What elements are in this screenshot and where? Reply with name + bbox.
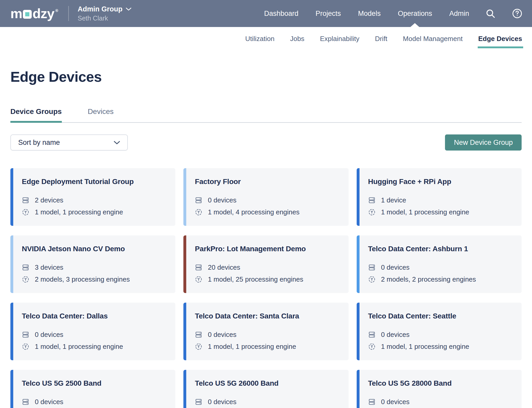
- group-accent-bar: [10, 303, 13, 360]
- models-icon: [368, 276, 376, 283]
- models-icon: [22, 276, 29, 283]
- device-group-card[interactable]: Telco Data Center: Dallas 0 devices 1 mo…: [10, 303, 175, 360]
- device-group-card[interactable]: Telco US 5G 26000 Band 0 devices: [183, 370, 348, 408]
- group-accent-bar: [357, 235, 360, 293]
- group-stats: 2 devices 1 model, 1 processing engine: [22, 196, 168, 216]
- group-stats: 0 devices 1 model, 1 processing engine: [368, 331, 514, 351]
- chevron-down-icon: [113, 140, 121, 145]
- group-card-body: Telco US 5G 26000 Band 0 devices: [183, 370, 348, 408]
- group-name: Telco Data Center: Seattle: [368, 312, 514, 320]
- group-card-body: Telco Data Center: Dallas 0 devices 1 mo…: [10, 303, 175, 351]
- devices-icon: [22, 196, 29, 204]
- group-stats: 0 devices: [368, 398, 514, 408]
- nav-item-operations-label: Operations: [398, 10, 432, 18]
- devices-icon: [195, 264, 202, 271]
- logo-text-pre: m: [10, 6, 22, 21]
- group-name: Telco Data Center: Ashburn 1: [368, 245, 514, 253]
- group-stats: 20 devices 1 model, 25 processing engine…: [195, 263, 341, 283]
- sort-dropdown[interactable]: Sort by name: [10, 134, 128, 151]
- group-stats: 0 devices 1 model, 4 processing engines: [195, 196, 341, 216]
- subnav-item-edge-devices[interactable]: Edge Devices: [478, 35, 522, 50]
- group-accent-bar: [10, 168, 13, 226]
- group-accent-bar: [10, 370, 13, 408]
- modzy-logo[interactable]: mdzy ®: [10, 6, 58, 21]
- group-accent-bar: [357, 370, 360, 408]
- group-models-engines: 2 models, 2 processing engines: [381, 275, 476, 283]
- device-group-card[interactable]: Telco Data Center: Seattle 0 devices 1 m…: [357, 303, 522, 360]
- group-card-body: Telco Data Center: Ashburn 1 0 devices 2…: [357, 235, 522, 283]
- devices-icon: [22, 264, 29, 271]
- group-accent-bar: [357, 303, 360, 360]
- nav-item-admin[interactable]: Admin: [449, 0, 469, 27]
- models-icon: [195, 276, 202, 283]
- subnav-item-explainability[interactable]: Explainability: [320, 35, 360, 50]
- group-card-body: Hugging Face + RPi App 1 device 1 model,…: [357, 168, 522, 216]
- group-stats: 0 devices 2 models, 2 processing engines: [368, 263, 514, 283]
- group-card-body: Edge Deployment Tutorial Group 2 devices…: [10, 168, 175, 216]
- group-card-body: Telco US 5G 2500 Band 0 devices: [10, 370, 175, 408]
- group-name: Telco Data Center: Dallas: [22, 312, 168, 320]
- workspace-name: Admin Group: [78, 5, 122, 13]
- chevron-down-icon: [125, 7, 132, 11]
- device-group-card[interactable]: Telco Data Center: Santa Clara 0 devices…: [183, 303, 348, 360]
- group-devices-count: 0 devices: [208, 331, 236, 339]
- device-group-card[interactable]: Telco US 5G 2500 Band 0 devices: [10, 370, 175, 408]
- logo-o-square: [23, 10, 32, 19]
- group-devices-count: 3 devices: [35, 263, 63, 271]
- group-accent-bar: [183, 370, 186, 408]
- nav-item-operations[interactable]: Operations: [398, 0, 432, 27]
- subnav-item-model-management[interactable]: Model Management: [403, 35, 463, 50]
- models-icon: [195, 343, 202, 350]
- group-models-engines: 1 model, 1 processing engine: [35, 343, 123, 351]
- group-devices-count: 0 devices: [381, 331, 410, 339]
- nav-item-models[interactable]: Models: [358, 0, 381, 27]
- device-group-card[interactable]: ParkPro: Lot Management Demo 20 devices …: [183, 235, 348, 293]
- group-devices-count: 2 devices: [35, 196, 63, 204]
- group-card-body: Telco Data Center: Santa Clara 0 devices…: [183, 303, 348, 351]
- group-devices-count: 0 devices: [208, 398, 236, 406]
- group-models-engines: 1 model, 1 processing engine: [35, 208, 123, 216]
- primary-nav: Dashboard Projects Models Operations Adm…: [264, 0, 469, 27]
- top-navbar: mdzy ® Admin Group Seth Clark Dashboard …: [0, 0, 532, 27]
- search-button[interactable]: [485, 8, 496, 19]
- help-button[interactable]: [512, 8, 523, 19]
- group-name: Telco US 5G 2500 Band: [22, 379, 168, 387]
- group-models-engines: 1 model, 1 processing engine: [381, 208, 469, 216]
- subnav-item-drift[interactable]: Drift: [375, 35, 387, 50]
- subnav-item-jobs[interactable]: Jobs: [290, 35, 304, 50]
- group-name: Telco US 5G 28000 Band: [368, 379, 514, 387]
- group-card-body: NVIDIA Jetson Nano CV Demo 3 devices 2 m…: [10, 235, 175, 283]
- models-icon: [368, 208, 376, 216]
- new-device-group-button[interactable]: New Device Group: [445, 134, 522, 151]
- main-content: Edge Devices Device Groups Devices Sort …: [0, 69, 532, 408]
- group-models-engines: 1 model, 25 processing engines: [208, 275, 303, 283]
- group-name: Telco Data Center: Santa Clara: [195, 312, 341, 320]
- tab-device-groups[interactable]: Device Groups: [10, 107, 62, 122]
- group-devices-count: 0 devices: [35, 398, 63, 406]
- group-devices-count: 20 devices: [208, 263, 240, 271]
- group-models-engines: 1 model, 4 processing engines: [208, 208, 300, 216]
- nav-item-projects[interactable]: Projects: [316, 0, 341, 27]
- tab-devices[interactable]: Devices: [88, 107, 114, 122]
- devices-icon: [368, 331, 376, 338]
- device-group-card[interactable]: Edge Deployment Tutorial Group 2 devices…: [10, 168, 175, 226]
- group-stats: 0 devices: [22, 398, 168, 408]
- device-group-card[interactable]: Telco US 5G 28000 Band 0 devices: [357, 370, 522, 408]
- group-stats: 0 devices 1 model, 1 processing engine: [22, 331, 168, 351]
- nav-item-dashboard[interactable]: Dashboard: [264, 0, 298, 27]
- device-group-card[interactable]: NVIDIA Jetson Nano CV Demo 3 devices 2 m…: [10, 235, 175, 293]
- devices-icon: [195, 398, 202, 406]
- group-card-body: Telco Data Center: Seattle 0 devices 1 m…: [357, 303, 522, 351]
- active-nav-notch: [410, 23, 419, 27]
- toolbar: Sort by name New Device Group: [10, 134, 522, 151]
- group-models-engines: 2 models, 3 processing engines: [35, 275, 130, 283]
- device-group-card[interactable]: Factory Floor 0 devices 1 model, 4 proce…: [183, 168, 348, 226]
- workspace-switcher[interactable]: Admin Group Seth Clark: [78, 5, 132, 22]
- group-accent-bar: [183, 168, 186, 226]
- device-group-card[interactable]: Hugging Face + RPi App 1 device 1 model,…: [357, 168, 522, 226]
- devices-icon: [368, 196, 376, 204]
- group-name: ParkPro: Lot Management Demo: [195, 245, 341, 253]
- subnav-item-utilization[interactable]: Utilization: [245, 35, 275, 50]
- logo-text-post: dzy: [32, 6, 54, 21]
- device-group-card[interactable]: Telco Data Center: Ashburn 1 0 devices 2…: [357, 235, 522, 293]
